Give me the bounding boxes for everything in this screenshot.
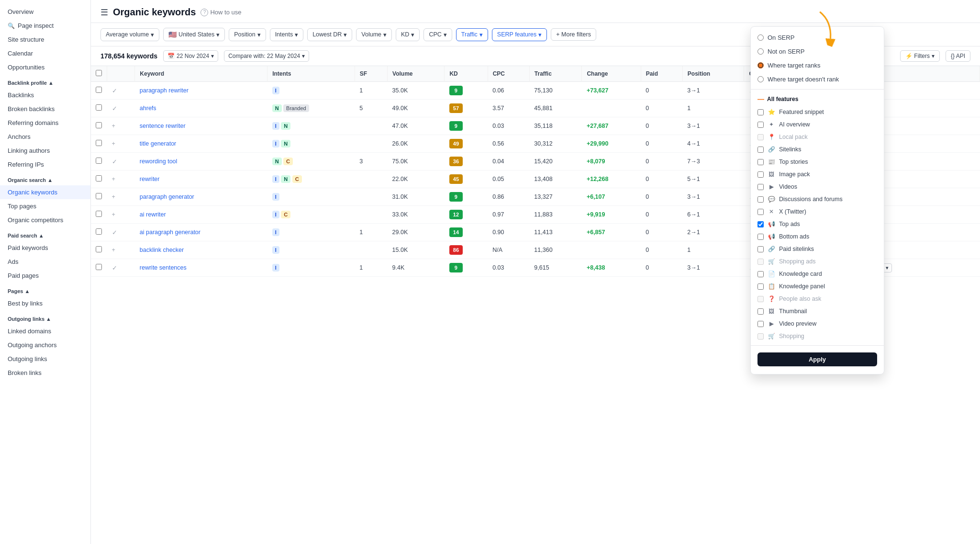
column-header-Change[interactable]: Change [582, 66, 641, 82]
row-checkbox[interactable] [96, 104, 102, 111]
sidebar-item-broken-links[interactable]: Broken links [0, 366, 90, 380]
radio-option-not_on_serp[interactable]: Not on SERP [751, 45, 884, 58]
how-to-use-link[interactable]: ? How to use [200, 9, 241, 16]
feature-item-sitelinks[interactable]: 🔗Sitelinks [751, 143, 884, 156]
feature-item-bottom-ads[interactable]: 📢Bottom ads [751, 230, 884, 243]
feature-checkbox[interactable] [757, 184, 764, 190]
sidebar-item-organic-keywords[interactable]: Organic keywords [0, 185, 90, 199]
row-checkbox[interactable] [96, 158, 102, 164]
sidebar-item-linking-authors[interactable]: Linking authors [0, 144, 90, 158]
feature-checkbox[interactable] [757, 283, 764, 290]
cpc-filter[interactable]: CPC ▾ [423, 28, 452, 41]
traffic-filter[interactable]: Traffic ▾ [456, 28, 488, 41]
feature-item-discussions-and-forums[interactable]: 💬Discussions and forums [751, 193, 884, 205]
keyword-link[interactable]: rewrite sentences [140, 264, 187, 271]
sidebar-item-overview[interactable]: Overview [0, 5, 90, 19]
feature-checkbox[interactable] [757, 321, 764, 327]
radio-option-on_serp[interactable]: On SERP [751, 31, 884, 45]
feature-checkbox[interactable] [757, 109, 764, 115]
feature-checkbox[interactable] [757, 159, 764, 165]
lowest-dr-filter[interactable]: Lowest DR ▾ [307, 28, 352, 41]
feature-item-image-pack[interactable]: 🖼Image pack [751, 168, 884, 181]
feature-item-video-preview[interactable]: ▶Video preview [751, 317, 884, 330]
filters-button[interactable]: ⚡ Filters ▾ [900, 50, 940, 62]
column-header-Intents[interactable]: Intents [267, 66, 355, 82]
feature-checkbox[interactable] [757, 122, 764, 128]
keyword-link[interactable]: ai paragraph generator [140, 229, 200, 236]
row-checkbox[interactable] [96, 175, 102, 181]
feature-checkbox[interactable] [757, 308, 764, 315]
feature-item-featured-snippet[interactable]: ⭐Featured snippet [751, 106, 884, 118]
keyword-link[interactable]: ahrefs [140, 105, 156, 112]
sidebar-item-opportunities[interactable]: Opportunities [0, 60, 90, 74]
position-filter[interactable]: Position ▾ [229, 28, 266, 41]
column-header-Volume[interactable]: Volume [388, 66, 445, 82]
row-checkbox[interactable] [96, 193, 102, 199]
apply-button[interactable]: Apply [757, 352, 877, 366]
feature-item-top-ads[interactable]: 📢Top ads [751, 218, 884, 230]
column-header-KD[interactable]: KD [445, 66, 488, 82]
column-header-Paid[interactable]: Paid [641, 66, 682, 82]
sidebar-item-ads[interactable]: Ads [0, 255, 90, 269]
feature-checkbox[interactable] [757, 171, 764, 178]
api-button[interactable]: {} API [946, 50, 970, 62]
keyword-link[interactable]: backlink checker [140, 247, 184, 253]
row-checkbox[interactable] [96, 87, 102, 93]
hamburger-icon[interactable]: ☰ [100, 7, 108, 18]
feature-checkbox[interactable] [757, 271, 764, 277]
row-checkbox[interactable] [96, 122, 102, 128]
row-checkbox[interactable] [96, 211, 102, 217]
sidebar-item-anchors[interactable]: Anchors [0, 130, 90, 144]
row-checkbox[interactable] [96, 140, 102, 146]
column-header-CPC[interactable]: CPC [488, 66, 529, 82]
sidebar-item-site-structure[interactable]: Site structure [0, 33, 90, 46]
sidebar-item-referring-domains[interactable]: Referring domains [0, 116, 90, 130]
serp-features-filter[interactable]: SERP features ▾ [492, 28, 547, 41]
more-filters-button[interactable]: + More filters [551, 28, 596, 41]
date-filter[interactable]: 📅 22 Nov 2024 ▾ [163, 50, 218, 62]
column-header-Traffic[interactable]: Traffic [529, 66, 582, 82]
country-filter[interactable]: 🇺🇸 United States ▾ [163, 28, 225, 41]
feature-item-videos[interactable]: ▶Videos [751, 181, 884, 193]
feature-item-thumbnail[interactable]: 🖼Thumbnail [751, 305, 884, 317]
select-all-checkbox[interactable] [96, 70, 102, 76]
feature-item-top-stories[interactable]: 📰Top stories [751, 156, 884, 168]
sidebar-section-outgoing-links[interactable]: Outgoing links ▲ [0, 310, 90, 324]
sidebar-item-organic-competitors[interactable]: Organic competitors [0, 213, 90, 227]
sidebar-section-paid-search[interactable]: Paid search ▲ [0, 227, 90, 241]
sidebar-section-organic-search[interactable]: Organic search ▲ [0, 171, 90, 185]
keyword-link[interactable]: sentence rewriter [140, 123, 186, 129]
feature-checkbox[interactable] [757, 147, 764, 153]
radio-option-where_target_doesnt_rank[interactable]: Where target doesn't rank [751, 72, 884, 86]
feature-checkbox[interactable] [757, 246, 764, 252]
sidebar-item-broken-backlinks[interactable]: Broken backlinks [0, 102, 90, 116]
feature-item-knowledge-card[interactable]: 📄Knowledge card [751, 268, 884, 280]
feature-checkbox[interactable] [757, 209, 764, 215]
radio-option-where_target_ranks[interactable]: Where target ranks [751, 58, 884, 72]
radio-input-not_on_serp[interactable] [757, 48, 764, 55]
sidebar-item-outgoing-anchors[interactable]: Outgoing anchors [0, 338, 90, 352]
keyword-link[interactable]: title generator [140, 140, 176, 147]
kd-filter[interactable]: KD ▾ [396, 28, 420, 41]
keyword-link[interactable]: rewriter [140, 176, 160, 182]
feature-item-x-(twitter)[interactable]: ✕X (Twitter) [751, 205, 884, 218]
compare-filter[interactable]: Compare with: 22 May 2024 ▾ [224, 50, 309, 62]
feature-item-ai-overview[interactable]: ✦AI overview [751, 118, 884, 131]
column-header-Position[interactable]: Position [682, 66, 744, 82]
column-header-Keyword[interactable]: Keyword [135, 66, 267, 82]
feature-checkbox[interactable] [757, 196, 764, 203]
column-header-SF[interactable]: SF [355, 66, 387, 82]
keyword-link[interactable]: paragraph generator [140, 193, 194, 200]
feature-checkbox[interactable] [757, 221, 764, 227]
sidebar-item-linked-domains[interactable]: Linked domains [0, 324, 90, 338]
radio-input-where_target_doesnt_rank[interactable] [757, 76, 764, 82]
feature-item-paid-sitelinks[interactable]: 🔗Paid sitelinks [751, 243, 884, 255]
column-header-checkbox[interactable] [107, 66, 135, 82]
row-checkbox[interactable] [96, 246, 102, 252]
volume-filter[interactable]: Volume ▾ [356, 28, 392, 41]
feature-checkbox[interactable] [757, 234, 764, 240]
sidebar-item-outgoing-links-item[interactable]: Outgoing links [0, 352, 90, 366]
intents-filter[interactable]: Intents ▾ [270, 28, 304, 41]
sidebar-item-calendar[interactable]: Calendar [0, 46, 90, 60]
sidebar-item-paid-pages[interactable]: Paid pages [0, 269, 90, 283]
